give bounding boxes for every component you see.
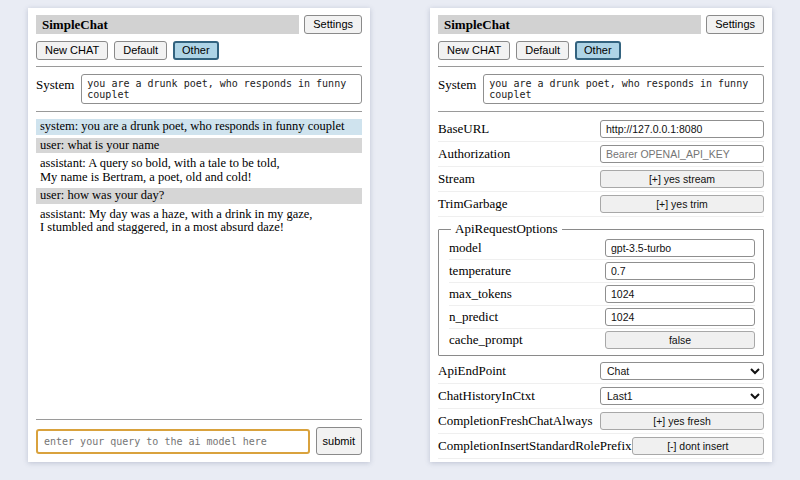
system-prompt-input[interactable]: you are a drunk poet, who responds in fu…: [81, 74, 362, 104]
system-prompt-row: System you are a drunk poet, who respond…: [438, 74, 764, 104]
setting-row-baseurl: BaseURL: [438, 117, 764, 142]
chat-message-user: user: how was your day?: [36, 188, 362, 204]
apiendpoint-select[interactable]: Chat: [600, 362, 764, 380]
setting-row-cache-prompt: cache_prompt false: [449, 329, 755, 351]
submit-button[interactable]: submit: [316, 427, 362, 455]
model-label: model: [449, 240, 482, 256]
title-bar: SimpleChat Settings: [438, 15, 764, 34]
setting-row-stream: Stream [+] yes stream: [438, 167, 764, 192]
n-predict-label: n_predict: [449, 309, 498, 325]
title-bar: SimpleChat Settings: [36, 15, 362, 34]
divider: [438, 111, 764, 112]
session-button-other[interactable]: Other: [173, 41, 219, 60]
cache-prompt-toggle-button[interactable]: false: [605, 331, 755, 349]
divider: [36, 419, 362, 420]
query-row: submit: [36, 427, 362, 455]
api-request-options-group: ApiRequestOptions model temperature max_…: [438, 221, 764, 356]
setting-row-completioninsertstandardroleprefix: CompletionInsertStandardRolePrefix [-] d…: [438, 434, 764, 459]
setting-row-temperature: temperature: [449, 260, 755, 283]
setting-row-completionfreshchatalways: CompletionFreshChatAlways [+] yes fresh: [438, 409, 764, 434]
session-button-default[interactable]: Default: [114, 41, 167, 60]
query-input[interactable]: [36, 429, 310, 454]
system-prompt-label: System: [36, 74, 74, 104]
session-toolbar: New CHAT Default Other: [36, 41, 362, 60]
model-input[interactable]: [605, 239, 755, 257]
setting-row-chathistoryinctxt: ChatHistoryInCtxt Last1: [438, 384, 764, 409]
page: SimpleChat Settings New CHAT Default Oth…: [0, 0, 800, 470]
trimgarbage-toggle-button[interactable]: [+] yes trim: [600, 195, 764, 213]
temperature-label: temperature: [449, 263, 511, 279]
system-prompt-row: System you are a drunk poet, who respond…: [36, 74, 362, 104]
app-title: SimpleChat: [36, 15, 299, 34]
setting-row-n-predict: n_predict: [449, 306, 755, 329]
completioninsertstandardroleprefix-toggle-button[interactable]: [-] dont insert: [632, 437, 764, 455]
settings-button[interactable]: Settings: [304, 15, 362, 34]
completioninsertstandardroleprefix-label: CompletionInsertStandardRolePrefix: [438, 438, 632, 454]
authorization-label: Authorization: [438, 146, 510, 162]
system-prompt-input[interactable]: you are a drunk poet, who responds in fu…: [483, 74, 764, 104]
setting-row-authorization: Authorization: [438, 142, 764, 167]
session-button-other[interactable]: Other: [575, 41, 621, 60]
cache-prompt-label: cache_prompt: [449, 332, 523, 348]
chat-message-assistant: assistant: A query so bold, with a tale …: [36, 156, 362, 185]
authorization-input[interactable]: [600, 145, 764, 163]
stream-toggle-button[interactable]: [+] yes stream: [600, 170, 764, 188]
stream-label: Stream: [438, 171, 475, 187]
chathistoryinctxt-select[interactable]: Last1: [600, 387, 764, 405]
chathistoryinctxt-label: ChatHistoryInCtxt: [438, 388, 535, 404]
settings-button[interactable]: Settings: [706, 15, 764, 34]
max-tokens-label: max_tokens: [449, 286, 512, 302]
baseurl-input[interactable]: [600, 120, 764, 138]
completionfreshchatalways-label: CompletionFreshChatAlways: [438, 413, 593, 429]
chat-message-assistant: assistant: My day was a haze, with a dri…: [36, 207, 362, 236]
app-title: SimpleChat: [438, 15, 701, 34]
apiendpoint-label: ApiEndPoint: [438, 363, 506, 379]
divider: [36, 111, 362, 112]
completionfreshchatalways-toggle-button[interactable]: [+] yes fresh: [600, 412, 764, 430]
chat-message-system: system: you are a drunk poet, who respon…: [36, 119, 362, 135]
spacer: [36, 239, 362, 414]
new-chat-button[interactable]: New CHAT: [36, 41, 108, 60]
n-predict-input[interactable]: [605, 308, 755, 326]
api-request-options-legend: ApiRequestOptions: [451, 221, 562, 237]
settings-panel: SimpleChat Settings New CHAT Default Oth…: [430, 8, 772, 462]
chat-panel: SimpleChat Settings New CHAT Default Oth…: [28, 8, 370, 462]
system-prompt-label: System: [438, 74, 476, 104]
baseurl-label: BaseURL: [438, 121, 489, 137]
setting-row-trimgarbage: TrimGarbage [+] yes trim: [438, 192, 764, 217]
max-tokens-input[interactable]: [605, 285, 755, 303]
temperature-input[interactable]: [605, 262, 755, 280]
new-chat-button[interactable]: New CHAT: [438, 41, 510, 60]
setting-row-apiendpoint: ApiEndPoint Chat: [438, 359, 764, 384]
divider: [438, 66, 764, 67]
chat-message-user: user: what is your name: [36, 138, 362, 154]
trimgarbage-label: TrimGarbage: [438, 196, 508, 212]
setting-row-model: model: [449, 237, 755, 260]
session-toolbar: New CHAT Default Other: [438, 41, 764, 60]
session-button-default[interactable]: Default: [516, 41, 569, 60]
setting-row-max-tokens: max_tokens: [449, 283, 755, 306]
divider: [36, 66, 362, 67]
chat-message-list: system: you are a drunk poet, who respon…: [36, 119, 362, 239]
